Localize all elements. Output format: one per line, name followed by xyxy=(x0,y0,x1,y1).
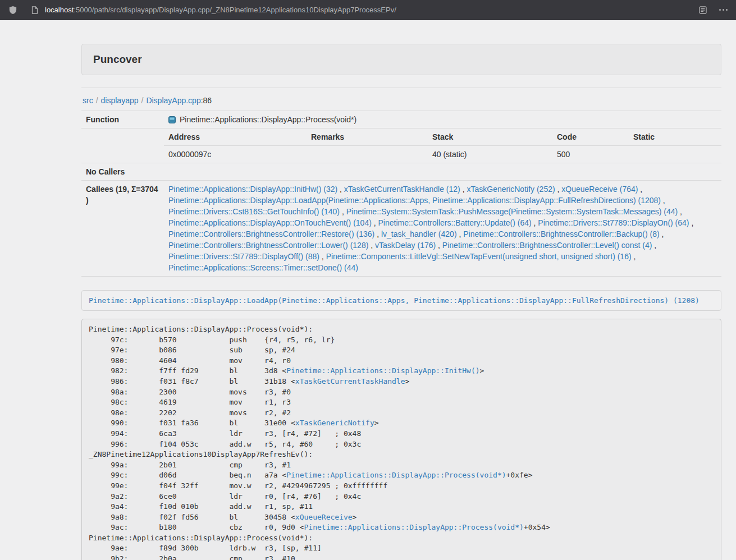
code-symbol-link[interactable]: Pinetime::Applications::DisplayApp::Init… xyxy=(286,366,479,375)
stats-table: Address Remarks Stack Code Static 0x0000… xyxy=(164,128,721,163)
callee-link[interactable]: Pinetime::Drivers::St7789::DisplayOff() … xyxy=(168,252,319,261)
stats-header-stack: Stack xyxy=(428,128,552,146)
callee-link[interactable]: Pinetime::Components::LittleVgl::SetNewT… xyxy=(326,252,632,261)
callee-separator: , xyxy=(368,241,375,250)
callee-separator: , xyxy=(337,185,344,194)
callee-separator: , xyxy=(532,218,538,227)
function-symbol-icon xyxy=(168,116,176,123)
breadcrumb-line-number: :86 xyxy=(201,96,212,105)
callee-separator: , xyxy=(457,229,464,238)
callee-separator: , xyxy=(652,241,656,250)
function-row: Function Pinetime::Applications::Display… xyxy=(81,111,721,128)
callee-link[interactable]: Pinetime::Applications::DisplayApp::Load… xyxy=(168,196,661,205)
url-text: localhost:5000/path/src/displayapp/Displ… xyxy=(45,6,396,14)
url-path: :5000/path/src/displayapp/DisplayApp.cpp… xyxy=(74,6,396,14)
remarks-value xyxy=(307,146,428,163)
no-callers-cell xyxy=(164,163,721,181)
callee-link[interactable]: Pinetime::Drivers::Cst816S::GetTouchInfo… xyxy=(168,207,340,216)
static-value xyxy=(629,146,721,163)
callees-row: Callees (19, Σ=3704 ) Pinetime::Applicat… xyxy=(81,181,721,277)
ellipsis-icon xyxy=(719,9,728,11)
selected-callee-link[interactable]: Pinetime::Applications::DisplayApp::Load… xyxy=(89,296,700,305)
callee-link[interactable]: Pinetime::Controllers::BrightnessControl… xyxy=(168,229,374,238)
breadcrumb-link-file[interactable]: DisplayApp.cpp xyxy=(146,96,200,105)
callee-separator: , xyxy=(460,185,467,194)
no-callers-label: No Callers xyxy=(81,163,164,181)
stats-header-code: Code xyxy=(552,128,629,146)
selected-callee-panel: Pinetime::Applications::DisplayApp::Load… xyxy=(81,290,721,311)
callee-link[interactable]: Pinetime::Applications::DisplayApp::Init… xyxy=(168,185,337,194)
stats-value-row: 0x0000097c 40 (static) 500 xyxy=(164,146,721,163)
callee-link[interactable]: Pinetime::Applications::DisplayApp::OnTo… xyxy=(168,218,372,227)
reader-mode-button[interactable] xyxy=(696,3,710,17)
callee-link[interactable]: Pinetime::Controllers::BrightnessControl… xyxy=(442,241,652,250)
stack-value: 40 (static) xyxy=(428,146,552,163)
breadcrumb: src/displayapp/DisplayApp.cpp:86 xyxy=(83,96,721,105)
overflow-menu-button[interactable] xyxy=(716,3,730,17)
browser-toolbar: localhost:5000/path/src/displayapp/Displ… xyxy=(0,0,736,20)
url-host: localhost xyxy=(45,6,74,14)
url-bar[interactable]: localhost:5000/path/src/displayapp/Displ… xyxy=(26,3,400,17)
callee-separator: , xyxy=(661,196,665,205)
shield-icon xyxy=(9,6,17,15)
callee-link[interactable]: xTaskGetCurrentTaskHandle (12) xyxy=(344,185,460,194)
reader-mode-icon xyxy=(699,6,707,14)
code-symbol-link[interactable]: xTaskGenericNotify xyxy=(295,419,374,427)
callee-link[interactable]: xQueueReceive (764) xyxy=(561,185,638,194)
callee-separator: , xyxy=(340,207,346,216)
symbol-table: Function Pinetime::Applications::Display… xyxy=(81,111,721,277)
callee-link[interactable]: xTaskGenericNotify (252) xyxy=(467,185,555,194)
callee-separator: , xyxy=(678,207,682,216)
code-symbol-link[interactable]: xTaskGetCurrentTaskHandle xyxy=(295,377,405,385)
callee-link[interactable]: lv_task_handler (420) xyxy=(381,229,457,238)
callee-separator: , xyxy=(436,241,442,250)
page-title: Puncover xyxy=(93,52,710,67)
stats-row-label xyxy=(81,128,164,163)
callee-link[interactable]: Pinetime::Controllers::BrightnessControl… xyxy=(168,241,368,250)
code-symbol-link[interactable]: Pinetime::Applications::DisplayApp::Proc… xyxy=(286,471,506,479)
callee-separator: , xyxy=(374,229,381,238)
breadcrumb-link-displayapp[interactable]: displayapp xyxy=(101,96,139,105)
callee-link[interactable]: Pinetime::Applications::Screens::Timer::… xyxy=(168,263,358,272)
breadcrumb-link-src[interactable]: src xyxy=(83,96,93,105)
callee-link[interactable]: Pinetime::System::SystemTask::PushMessag… xyxy=(346,207,678,216)
code-symbol-link[interactable]: xQueueReceive xyxy=(295,513,353,521)
disassembly-pre: Pinetime::Applications::DisplayApp::Proc… xyxy=(81,319,721,560)
stats-header-static: Static xyxy=(629,128,721,146)
address-value: 0x0000097c xyxy=(164,146,307,163)
page-identity-icon[interactable] xyxy=(29,4,40,16)
page-container: Puncover src/displayapp/DisplayApp.cpp:8… xyxy=(81,20,721,560)
callee-separator: , xyxy=(372,218,378,227)
stats-header-row: Address Remarks Stack Code Static xyxy=(164,128,721,146)
code-symbol-link[interactable]: Pinetime::Applications::DisplayApp::Proc… xyxy=(304,523,524,531)
stats-row: Address Remarks Stack Code Static 0x0000… xyxy=(81,128,721,163)
no-callers-row: No Callers xyxy=(81,163,721,181)
stats-header-remarks: Remarks xyxy=(307,128,428,146)
page-icon xyxy=(31,6,38,14)
callee-link[interactable]: Pinetime::Controllers::Battery::Update()… xyxy=(378,218,532,227)
callee-separator: , xyxy=(638,185,642,194)
callee-separator: , xyxy=(319,252,326,261)
callees-list: Pinetime::Applications::DisplayApp::Init… xyxy=(164,181,721,277)
breadcrumb-separator: / xyxy=(93,96,101,105)
callee-separator: , xyxy=(660,229,664,238)
tracking-protection-shield-icon[interactable] xyxy=(6,3,20,17)
code-value: 500 xyxy=(552,146,629,163)
callee-separator: , xyxy=(689,218,694,227)
app-header: Puncover xyxy=(81,44,721,75)
callee-link[interactable]: Pinetime::Drivers::St7789::DisplayOn() (… xyxy=(538,218,689,227)
callee-link[interactable]: Pinetime::Controllers::BrightnessControl… xyxy=(463,229,659,238)
function-cell: Pinetime::Applications::DisplayApp::Proc… xyxy=(168,114,717,125)
breadcrumb-separator: / xyxy=(139,96,147,105)
function-signature: Pinetime::Applications::DisplayApp::Proc… xyxy=(180,114,356,125)
function-label: Function xyxy=(81,111,164,128)
callee-link[interactable]: vTaskDelay (176) xyxy=(375,241,436,250)
header-divider xyxy=(81,88,721,88)
callee-separator: , xyxy=(555,185,562,194)
callee-separator: , xyxy=(632,252,636,261)
stats-header-address: Address xyxy=(164,128,307,146)
callees-label: Callees (19, Σ=3704 ) xyxy=(81,181,164,277)
